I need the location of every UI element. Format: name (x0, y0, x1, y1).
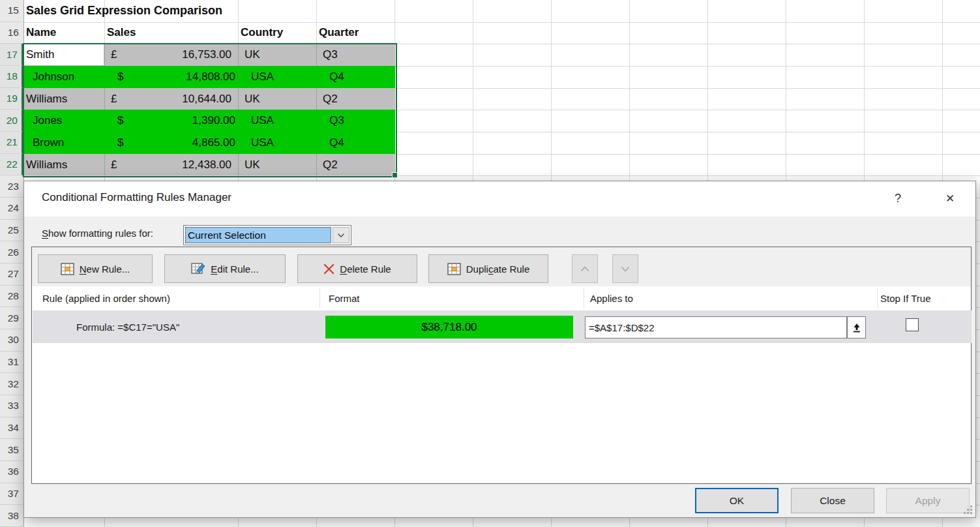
dialog-titlebar[interactable]: Conditional Formatting Rules Manager (24, 181, 975, 217)
column-header-stop-if-true: Stop If True (880, 286, 931, 310)
row-header-35[interactable]: 35 (0, 439, 23, 461)
header-divider (877, 288, 878, 309)
edit-rule-pencil-icon (191, 262, 205, 275)
cell-a15-title[interactable]: Sales Grid Expression Comparison (26, 0, 222, 22)
chevron-down-icon (337, 233, 345, 238)
cell-d16-header[interactable]: Quarter (319, 22, 359, 44)
dialog-resize-grip[interactable] (964, 505, 972, 514)
row-header-34[interactable]: 34 (0, 417, 23, 440)
duplicate-rule-label: Duplicate Rule (466, 264, 530, 275)
rules-toolbar: New Rule... Edit Rule... Delete Rule (32, 247, 971, 286)
selection-range-border (23, 43, 397, 177)
header-divider (584, 288, 584, 309)
selection-fill-handle[interactable] (392, 172, 398, 178)
row-header-30[interactable]: 30 (0, 329, 23, 352)
cell-b16-header[interactable]: Sales (107, 22, 136, 44)
help-icon[interactable]: ? (889, 189, 907, 207)
stop-if-true-checkbox[interactable] (906, 318, 919, 331)
delete-rule-label: Delete Rule (340, 264, 391, 275)
row-header-33[interactable]: 33 (0, 395, 23, 417)
rule-list-item[interactable]: Formula: =$C17="USA" $38,718.00 =$A$17:$… (33, 310, 972, 343)
row-header-24[interactable]: 24 (0, 198, 23, 220)
row-header-23[interactable]: 23 (0, 175, 23, 198)
row-header-32[interactable]: 32 (0, 373, 23, 395)
header-divider (319, 288, 320, 309)
row-header-38[interactable]: 38 (0, 505, 23, 527)
applies-to-input[interactable]: =$A$17:$D$22 (585, 316, 847, 339)
row-header-27[interactable]: 27 (0, 264, 23, 286)
show-formatting-rules-label: Show formatting rules for: (42, 228, 153, 239)
delete-rule-button[interactable]: Delete Rule (297, 254, 417, 283)
duplicate-rule-grid-icon (447, 263, 461, 275)
row-header-37[interactable]: 37 (0, 483, 23, 505)
chevron-down-icon (621, 266, 630, 272)
edit-rule-label: Edit Rule... (211, 264, 258, 275)
cell-a16-header[interactable]: Name (26, 22, 56, 44)
excel-window: 1516171819202122232425262728293031323334… (0, 0, 980, 527)
collapse-dialog-range-button[interactable] (847, 316, 866, 339)
conditional-formatting-rules-manager-dialog: Conditional Formatting Rules Manager ? ✕… (23, 181, 976, 518)
edit-rule-button[interactable]: Edit Rule... (164, 254, 286, 283)
new-rule-grid-icon (61, 263, 74, 275)
row-header-15[interactable]: 15 (0, 0, 23, 22)
move-rule-down-button[interactable] (612, 254, 638, 283)
dialog-title: Conditional Formatting Rules Manager (42, 191, 231, 204)
new-rule-button[interactable]: New Rule... (38, 254, 153, 283)
delete-rule-x-icon (323, 264, 334, 275)
dropdown-selected-value: Current Selection (185, 227, 331, 243)
move-rule-up-button[interactable] (572, 254, 598, 283)
gridline (23, 22, 980, 23)
rule-format-preview: $38,718.00 (325, 316, 573, 339)
show-rules-for-dropdown[interactable]: Current Selection (183, 225, 351, 245)
close-button[interactable]: Close (791, 488, 874, 513)
apply-button[interactable]: Apply (886, 488, 970, 513)
new-rule-label: New Rule... (80, 264, 130, 275)
column-header-format: Format (329, 286, 360, 310)
row-header-20[interactable]: 20 (0, 110, 23, 132)
row-header-31[interactable]: 31 (0, 352, 23, 374)
rules-list-box: New Rule... Edit Rule... Delete Rule (31, 247, 972, 484)
row-header-28[interactable]: 28 (0, 286, 23, 308)
dropdown-arrow-button[interactable] (333, 227, 349, 243)
row-header-16[interactable]: 16 (0, 22, 23, 44)
row-header-19[interactable]: 19 (0, 88, 23, 110)
row-header-29[interactable]: 29 (0, 307, 23, 329)
row-header-22[interactable]: 22 (0, 154, 23, 176)
cell-c16-header[interactable]: Country (241, 22, 283, 44)
row-header-26[interactable]: 26 (0, 241, 23, 264)
close-icon[interactable]: ✕ (941, 189, 959, 207)
duplicate-rule-button[interactable]: Duplicate Rule (428, 254, 548, 283)
column-header-applies-to: Applies to (590, 286, 633, 310)
row-header-17[interactable]: 17 (0, 44, 23, 66)
row-header-21[interactable]: 21 (0, 132, 23, 154)
row-header-36[interactable]: 36 (0, 461, 23, 483)
row-header-25[interactable]: 25 (0, 220, 23, 242)
range-selector-arrow-icon (852, 322, 862, 333)
ok-button[interactable]: OK (695, 488, 779, 513)
column-header-rule: Rule (applied in order shown) (42, 286, 170, 310)
rule-description: Formula: =$C17="USA" (76, 310, 179, 343)
row-header-18[interactable]: 18 (0, 66, 23, 88)
chevron-up-icon (580, 266, 589, 272)
